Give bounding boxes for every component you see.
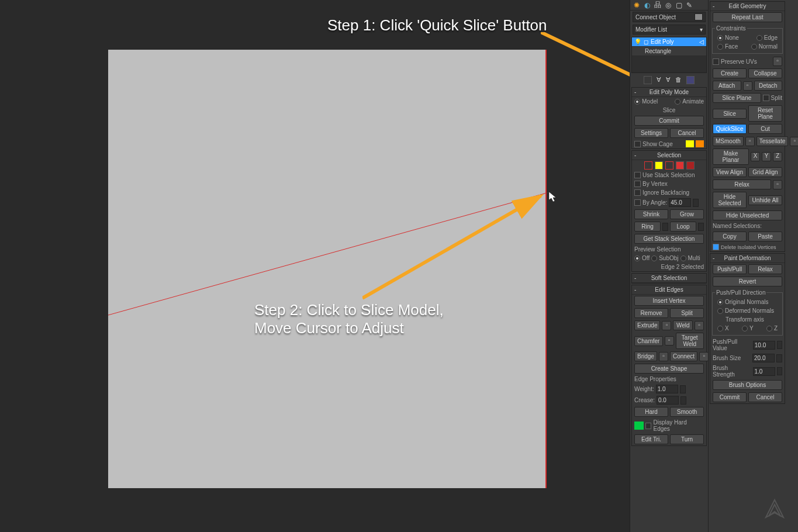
- model-radio[interactable]: [634, 99, 640, 105]
- smooth-button[interactable]: Smooth: [670, 407, 704, 417]
- unhide-all-button[interactable]: Unhide All: [748, 195, 782, 205]
- connect-settings[interactable]: ▫: [699, 352, 709, 361]
- shrink-button[interactable]: Shrink: [634, 209, 668, 219]
- create-shape-button[interactable]: Create Shape: [634, 364, 704, 374]
- paint-deform-header[interactable]: Paint Deformation: [710, 254, 785, 263]
- planar-y[interactable]: Y: [762, 152, 771, 161]
- turn-button[interactable]: Turn: [670, 434, 704, 444]
- copy-sel-button[interactable]: Copy: [713, 232, 747, 241]
- edit-geometry-header[interactable]: Edit Geometry: [710, 2, 785, 11]
- revert-button[interactable]: Revert: [713, 277, 782, 286]
- hard-edge-color[interactable]: [634, 422, 644, 430]
- loop-button[interactable]: Loop: [670, 222, 696, 232]
- animate-radio[interactable]: [675, 99, 680, 105]
- brush-size-input[interactable]: [752, 354, 775, 362]
- repeat-last-button[interactable]: Repeat Last: [713, 12, 782, 22]
- slice-button[interactable]: Slice: [713, 109, 747, 119]
- paste-sel-button[interactable]: Paste: [748, 232, 782, 241]
- angle-spinner[interactable]: [693, 199, 699, 207]
- object-name[interactable]: Connect Object: [633, 12, 706, 22]
- angle-input[interactable]: [669, 198, 691, 207]
- split-check[interactable]: [763, 95, 769, 101]
- chamfer-button[interactable]: Chamfer: [634, 336, 663, 346]
- relax-settings[interactable]: ▫: [773, 180, 782, 189]
- cage-color2[interactable]: [696, 140, 704, 147]
- soft-selection-section[interactable]: Soft Selection: [631, 273, 707, 284]
- detach-button[interactable]: Detach: [754, 81, 783, 91]
- by-vertex-check[interactable]: [634, 181, 641, 187]
- extrude-settings[interactable]: ▫: [662, 321, 671, 330]
- edit-tri-button[interactable]: Edit Tri.: [634, 434, 668, 444]
- soft-selection-header[interactable]: Soft Selection: [632, 274, 706, 283]
- show-result-icon[interactable]: ∀: [657, 76, 661, 84]
- hide-unselected-button[interactable]: Hide Unselected: [713, 210, 782, 220]
- attach-button[interactable]: Attach: [713, 81, 741, 91]
- hierarchy-tab-icon[interactable]: 品: [652, 1, 663, 10]
- constraint-edge[interactable]: [756, 35, 762, 41]
- slice-plane-button[interactable]: Slice Plane: [713, 93, 761, 103]
- preserve-uvs-settings[interactable]: ▫: [773, 57, 782, 66]
- element-icon[interactable]: [686, 161, 695, 170]
- panel-tabs[interactable]: ✺ ◐ 品 ◎ ▢ ✎: [630, 0, 708, 11]
- edit-edges-header[interactable]: Edit Edges: [632, 285, 706, 295]
- axis-x-radio[interactable]: [717, 326, 723, 331]
- weight-spinner[interactable]: [680, 385, 686, 393]
- split-edge-button[interactable]: Split: [670, 308, 704, 318]
- msmooth-settings[interactable]: ▫: [745, 137, 755, 146]
- ignore-backfacing-check[interactable]: [634, 189, 641, 196]
- brush-strength-spinner[interactable]: [777, 367, 783, 375]
- settings-button[interactable]: Settings: [634, 128, 668, 138]
- reset-plane-button[interactable]: Reset Plane: [748, 105, 782, 122]
- constraint-normal[interactable]: [751, 44, 757, 50]
- loop-spinner[interactable]: [698, 223, 704, 231]
- stack-tools[interactable]: ∀ ∀ 🗑: [630, 74, 708, 86]
- crease-input[interactable]: [657, 396, 679, 405]
- vertex-icon[interactable]: [644, 161, 652, 170]
- axis-z-radio[interactable]: [766, 326, 772, 331]
- cut-button[interactable]: Cut: [748, 124, 782, 134]
- modifier-list[interactable]: Modifier List▾: [633, 25, 706, 34]
- remove-button[interactable]: Remove: [634, 308, 668, 318]
- crease-spinner[interactable]: [680, 396, 686, 405]
- grid-align-button[interactable]: Grid Align: [748, 167, 782, 177]
- delete-isolated-check[interactable]: [713, 244, 719, 250]
- edge-icon[interactable]: [655, 161, 663, 170]
- target-weld-button[interactable]: Target Weld: [676, 333, 704, 349]
- pd-commit-button[interactable]: Commit: [713, 392, 747, 402]
- quickslice-button[interactable]: QuickSlice: [713, 124, 747, 134]
- weld-button[interactable]: Weld: [673, 320, 693, 330]
- pp-value-spinner[interactable]: [777, 341, 782, 349]
- preserve-uvs-check[interactable]: [713, 58, 719, 65]
- use-stack-check[interactable]: [634, 172, 641, 178]
- grow-button[interactable]: Grow: [670, 209, 704, 219]
- pd-relax-button[interactable]: Relax: [748, 264, 782, 274]
- bridge-button[interactable]: Bridge: [634, 351, 657, 361]
- ring-spinner[interactable]: [662, 223, 668, 231]
- edit-poly-mode-header[interactable]: Edit Poly Mode: [632, 88, 706, 97]
- pd-cancel-button[interactable]: Cancel: [748, 392, 782, 402]
- weld-settings[interactable]: ▫: [695, 321, 704, 330]
- utilities-tab-icon[interactable]: ✎: [684, 1, 695, 10]
- view-align-button[interactable]: View Align: [713, 167, 747, 177]
- weight-input[interactable]: [656, 385, 678, 393]
- pin-stack-icon[interactable]: [644, 76, 652, 84]
- attach-list[interactable]: ▫: [743, 81, 752, 91]
- constraint-face[interactable]: [717, 44, 723, 50]
- stack-rectangle[interactable]: Rectangle: [632, 47, 706, 56]
- cage-color1[interactable]: [686, 140, 694, 147]
- preview-multi-radio[interactable]: [680, 255, 686, 261]
- insert-vertex-button[interactable]: Insert Vertex: [634, 296, 704, 306]
- collapse-button[interactable]: Collapse: [748, 68, 782, 78]
- stack-edit-poly[interactable]: 💡◻Edit Poly◁: [632, 37, 706, 47]
- create-button[interactable]: Create: [713, 68, 747, 78]
- selection-header[interactable]: Selection: [632, 151, 706, 160]
- msmooth-button[interactable]: MSmooth: [713, 136, 744, 146]
- commit-button[interactable]: Commit: [634, 116, 704, 126]
- show-cage-check[interactable]: [634, 141, 641, 147]
- constraint-none[interactable]: [717, 35, 723, 41]
- motion-tab-icon[interactable]: ◎: [663, 1, 673, 10]
- brush-size-spinner[interactable]: [776, 354, 782, 362]
- planar-z[interactable]: Z: [773, 152, 782, 161]
- deformed-normals-radio[interactable]: [717, 308, 723, 314]
- push-pull-button[interactable]: Push/Pull: [713, 264, 747, 274]
